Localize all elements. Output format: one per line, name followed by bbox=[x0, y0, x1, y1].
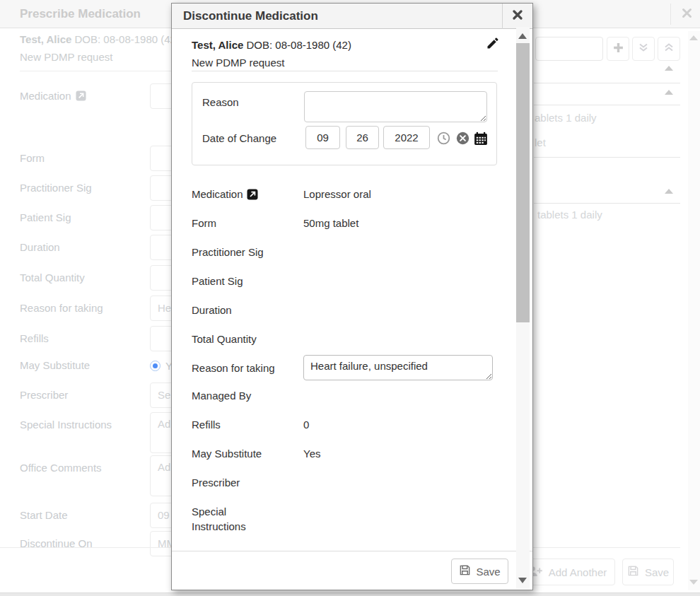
double-chevron-down-icon bbox=[638, 42, 649, 56]
patient-name: Test, Alice bbox=[20, 33, 71, 45]
field-label: Duration bbox=[20, 241, 60, 253]
double-chevron-up-icon bbox=[663, 42, 675, 56]
medication-search-input[interactable] bbox=[535, 37, 603, 61]
date-year-input[interactable] bbox=[383, 126, 430, 149]
field-label: Form bbox=[192, 216, 275, 230]
bottom-bar bbox=[0, 592, 700, 596]
field-value: 50mg tablet bbox=[303, 216, 358, 230]
field-label: Practitioner Sig bbox=[192, 245, 275, 259]
field-label: Patient Sig bbox=[20, 211, 71, 223]
calendar-icon[interactable] bbox=[474, 132, 487, 145]
medication-details: Medication Lopressor oral Form 50mg tabl… bbox=[192, 187, 503, 577]
save-floppy-icon bbox=[627, 565, 639, 579]
modal-save-button[interactable]: Save bbox=[451, 559, 508, 584]
external-link-icon bbox=[76, 90, 86, 101]
add-button[interactable] bbox=[607, 37, 629, 61]
dimmed-text-fragment: tablets 1 daily bbox=[537, 209, 602, 221]
field-label: Patient Sig bbox=[192, 274, 275, 288]
patient-summary: Test, Alice DOB: 08-08-1980 (42 bbox=[20, 33, 176, 45]
save-label: Save bbox=[476, 566, 500, 578]
field-label: Prescriber bbox=[192, 475, 275, 490]
collapse-section-icon[interactable] bbox=[665, 66, 673, 71]
edit-pencil-icon[interactable] bbox=[486, 36, 501, 52]
divider bbox=[534, 157, 680, 158]
close-icon bbox=[513, 10, 523, 23]
pdmp-request-text: New PDMP request bbox=[20, 51, 112, 63]
modal-field-row: Form 50mg tablet bbox=[192, 216, 503, 230]
modal-field-row: Refills 0 bbox=[192, 417, 503, 432]
external-link-icon[interactable] bbox=[247, 189, 258, 200]
modal-patient-summary: Test, Alice DOB: 08-08-1980 (42) bbox=[192, 39, 351, 51]
modal-title: Discontinue Medication bbox=[183, 9, 318, 23]
patient-dob: DOB: 08-08-1980 (42) bbox=[247, 39, 351, 51]
field-label: Reason for taking bbox=[192, 361, 275, 380]
field-label: Medication bbox=[192, 187, 275, 201]
modal-scrollbar[interactable] bbox=[516, 27, 530, 589]
reason-label: Reason bbox=[202, 96, 239, 108]
divider bbox=[534, 203, 680, 204]
dimmed-text-fragment: ablets 1 daily bbox=[535, 112, 597, 124]
field-value: 0 bbox=[303, 417, 309, 432]
dimmed-text-fragment: let bbox=[535, 136, 546, 148]
page-close-button[interactable] bbox=[677, 5, 696, 23]
field-label: Office Comments bbox=[20, 462, 102, 474]
reason-textarea[interactable] bbox=[304, 91, 487, 122]
modal-header: Discontinue Medication bbox=[172, 4, 532, 29]
modal-field-row: Medication Lopressor oral bbox=[192, 187, 503, 201]
may-substitute-radio[interactable]: Y bbox=[150, 360, 173, 372]
date-month-input[interactable] bbox=[305, 126, 340, 149]
modal-field-row: Total Quantity bbox=[192, 332, 503, 346]
save-label: Save bbox=[645, 566, 669, 578]
collapse-section-icon[interactable] bbox=[665, 90, 673, 95]
page-save-button[interactable]: Save bbox=[622, 559, 674, 585]
scroll-up-icon[interactable] bbox=[689, 35, 698, 40]
expand-all-button[interactable] bbox=[632, 37, 655, 61]
field-label: Form bbox=[20, 152, 45, 164]
date-of-change-label: Date of Change bbox=[202, 132, 276, 144]
field-label: Refills bbox=[20, 332, 49, 344]
field-label: May Substitute bbox=[192, 446, 275, 461]
patient-name: Test, Alice bbox=[192, 39, 243, 51]
field-label: Practitioner Sig bbox=[20, 182, 92, 194]
modal-field-row: Patient Sig bbox=[192, 274, 503, 288]
radio-selected-icon[interactable] bbox=[150, 361, 161, 371]
add-another-label: Add Another bbox=[549, 566, 607, 578]
field-label: Managed By bbox=[192, 388, 275, 403]
field-label: Prescriber bbox=[20, 389, 68, 401]
discontinue-medication-modal: Discontinue Medication Test, Alice DOB: … bbox=[171, 3, 533, 590]
scroll-down-icon[interactable] bbox=[518, 578, 527, 583]
scroll-down-icon[interactable] bbox=[689, 580, 698, 585]
scroll-up-icon[interactable] bbox=[518, 33, 527, 39]
field-label: Start Date bbox=[20, 509, 68, 521]
field-value: Yes bbox=[303, 446, 320, 461]
modal-field-row: Prescriber bbox=[192, 475, 503, 490]
field-label: Special Instructions bbox=[192, 504, 248, 534]
divider bbox=[192, 71, 498, 71]
page-scrollbar[interactable] bbox=[688, 31, 700, 590]
field-label: Total Quantity bbox=[192, 332, 275, 346]
divider bbox=[534, 83, 680, 83]
field-label: Duration bbox=[192, 303, 275, 317]
add-another-button[interactable]: Add Another bbox=[520, 559, 615, 585]
modal-field-row: Managed By bbox=[192, 388, 503, 403]
header-divider bbox=[670, 4, 671, 25]
collapse-all-button[interactable] bbox=[658, 37, 680, 61]
modal-field-row: Reason for taking bbox=[192, 361, 503, 380]
field-label: Special Instructions bbox=[20, 419, 112, 431]
page-title: Prescribe Medication bbox=[20, 7, 141, 21]
reason-date-panel: Reason Date of Change bbox=[192, 82, 497, 165]
clock-icon[interactable] bbox=[437, 132, 450, 145]
field-label: Refills bbox=[192, 417, 275, 432]
collapse-section-icon[interactable] bbox=[665, 189, 673, 194]
modal-close-button[interactable] bbox=[502, 4, 532, 29]
field-value: Lopressor oral bbox=[303, 187, 371, 201]
date-day-input[interactable] bbox=[346, 126, 379, 149]
field-label: May Substitute bbox=[20, 359, 90, 371]
reason-for-taking-textarea[interactable] bbox=[303, 355, 493, 380]
modal-field-row: May Substitute Yes bbox=[192, 446, 503, 461]
patient-dob: DOB: 08-08-1980 (42 bbox=[75, 33, 176, 45]
clear-date-icon[interactable] bbox=[456, 132, 469, 145]
pdmp-request-text: New PDMP request bbox=[192, 57, 284, 69]
modal-footer: Save bbox=[172, 551, 532, 590]
scrollbar-thumb[interactable] bbox=[516, 43, 530, 322]
